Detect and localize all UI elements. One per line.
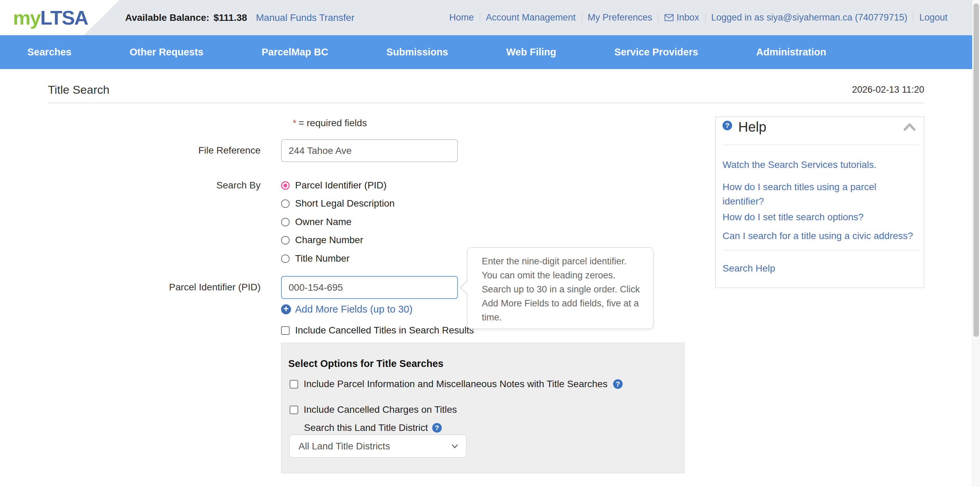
radio-label: Parcel Identifier (PID): [295, 178, 387, 192]
page-root: myLTSA Available Balance: $111.38 Manual…: [0, 0, 980, 487]
question-circle-icon: [722, 121, 732, 130]
include-parcel-info-label: Include Parcel Information and Miscellan…: [304, 377, 608, 391]
nav-searches[interactable]: Searches: [27, 46, 72, 58]
add-more-fields-label: Add More Fields (up to 30): [295, 304, 412, 315]
file-reference-label: File Reference: [48, 144, 261, 157]
add-more-fields-link[interactable]: + Add More Fields (up to 30): [281, 302, 412, 316]
vertical-scrollbar[interactable]: [972, 0, 980, 487]
top-header: myLTSA Available Balance: $111.38 Manual…: [0, 0, 972, 35]
help-panel: Help Watch the Search Services tutorials…: [715, 117, 924, 288]
page-timestamp: 2026-02-13 11:20: [852, 83, 924, 96]
separator: [705, 13, 705, 23]
radio-title-number[interactable]: Title Number: [281, 252, 350, 266]
logout-link[interactable]: Logout: [919, 12, 948, 23]
include-cancelled-charges-checkbox[interactable]: [290, 406, 298, 414]
radio-label: Owner Name: [295, 215, 352, 229]
title-divider: [48, 103, 924, 103]
logo-prefix: my: [13, 6, 40, 29]
separator: [658, 13, 659, 23]
include-cancelled-charges-row[interactable]: Include Cancelled Charges on Titles: [290, 403, 457, 417]
question-circle-icon[interactable]: [432, 423, 442, 433]
district-label-row: Search this Land Title District: [304, 421, 442, 434]
include-parcel-info-row[interactable]: Include Parcel Information and Miscellan…: [290, 377, 623, 391]
chevron-down-icon: [450, 442, 459, 450]
include-cancelled-titles-checkbox[interactable]: [281, 326, 290, 335]
main-navbar: Searches Other Requests ParcelMap BC Sub…: [0, 35, 972, 69]
include-cancelled-charges-label: Include Cancelled Charges on Titles: [304, 403, 457, 417]
pid-label: Parcel Identifier (PID): [48, 280, 261, 294]
include-parcel-info-checkbox[interactable]: [290, 380, 298, 388]
tooltip-line: You can omit the leading zeroes.: [482, 269, 646, 282]
pid-help-tooltip: Enter the nine-digit parcel identifier. …: [467, 247, 654, 329]
header-links: Home Account Management My Preferences I…: [449, 0, 948, 35]
plus-circle-icon: +: [281, 304, 291, 314]
radio-button[interactable]: [281, 218, 290, 226]
available-balance-amount: $111.38: [213, 12, 247, 23]
radio-button[interactable]: [281, 199, 290, 208]
help-divider: [722, 145, 919, 145]
radio-label: Title Number: [295, 252, 350, 266]
logo-suffix: LTSA: [40, 6, 88, 29]
nav-service-providers[interactable]: Service Providers: [614, 46, 698, 58]
help-link-tutorials[interactable]: Watch the Search Services tutorials.: [722, 158, 920, 172]
tooltip-line: Enter the nine-digit parcel identifier.: [482, 255, 646, 269]
help-panel-title: Help: [738, 117, 766, 137]
myltsa-logo[interactable]: myLTSA: [13, 0, 88, 35]
logged-in-text: Logged in as siya@siyaherman.ca (7407797…: [711, 12, 907, 23]
separator: [913, 13, 913, 23]
help-divider: [722, 250, 919, 250]
help-link-search-by-pid[interactable]: How do I search titles using a parcel id…: [722, 180, 894, 208]
manual-funds-transfer-link[interactable]: Manual Funds Transfer: [256, 12, 355, 23]
nav-administration[interactable]: Administration: [756, 46, 826, 58]
page-title: Title Search: [48, 78, 110, 101]
required-fields-note: *= required fields: [293, 116, 367, 130]
pid-input[interactable]: [281, 276, 458, 299]
my-preferences-link[interactable]: My Preferences: [588, 12, 652, 23]
inbox-label: Inbox: [677, 12, 699, 23]
district-select[interactable]: All Land Title Districts: [289, 434, 466, 458]
separator: [480, 13, 480, 23]
district-select-value: All Land Title Districts: [299, 435, 390, 457]
radio-parcel-identifier[interactable]: Parcel Identifier (PID): [281, 178, 387, 192]
balance-area: Available Balance: $111.38 Manual Funds …: [125, 0, 354, 35]
envelope-icon: [664, 14, 674, 21]
scrollbar-thumb[interactable]: [974, 3, 979, 337]
radio-charge-number[interactable]: Charge Number: [281, 233, 363, 247]
radio-label: Short Legal Description: [295, 197, 395, 210]
tooltip-body: Enter the nine-digit parcel identifier. …: [468, 248, 653, 325]
tooltip-line: Search up to 30 in a single order. Click: [482, 282, 646, 296]
required-note-text: = required fields: [299, 118, 367, 128]
search-by-label: Search By: [48, 178, 261, 192]
search-help-link[interactable]: Search Help: [722, 262, 920, 275]
nav-other-requests[interactable]: Other Requests: [130, 46, 204, 58]
required-asterisk: *: [293, 118, 296, 128]
include-cancelled-titles-row[interactable]: Include Cancelled Titles in Search Resul…: [281, 323, 474, 337]
include-cancelled-titles-label: Include Cancelled Titles in Search Resul…: [295, 323, 474, 337]
home-link[interactable]: Home: [449, 12, 474, 23]
radio-label: Charge Number: [295, 233, 363, 247]
chevron-up-icon[interactable]: [903, 123, 916, 131]
nav-submissions[interactable]: Submissions: [387, 46, 448, 58]
title-search-options-box: Select Options for Title Searches Includ…: [281, 343, 684, 473]
nav-web-filing[interactable]: Web Filing: [506, 46, 556, 58]
tooltip-line: Add More Fields to add fields, five at a: [482, 296, 646, 310]
question-circle-icon[interactable]: [613, 379, 623, 389]
radio-button[interactable]: [281, 255, 290, 263]
file-reference-input[interactable]: [281, 139, 458, 162]
help-link-search-options[interactable]: How do I set title search options?: [722, 210, 920, 224]
radio-button-selected[interactable]: [281, 181, 290, 190]
tooltip-line: time.: [482, 310, 646, 325]
separator: [582, 13, 582, 23]
radio-button[interactable]: [281, 236, 290, 245]
available-balance-label: Available Balance:: [125, 12, 209, 23]
radio-owner-name[interactable]: Owner Name: [281, 215, 352, 229]
options-box-heading: Select Options for Title Searches: [288, 357, 444, 370]
inbox-link[interactable]: Inbox: [664, 12, 699, 23]
nav-parcelmap-bc[interactable]: ParcelMap BC: [262, 46, 328, 58]
radio-short-legal-description[interactable]: Short Legal Description: [281, 197, 395, 210]
district-label: Search this Land Title District: [304, 422, 428, 433]
help-link-civic-address[interactable]: Can I search for a title using a civic a…: [722, 229, 920, 243]
account-management-link[interactable]: Account Management: [486, 12, 576, 23]
